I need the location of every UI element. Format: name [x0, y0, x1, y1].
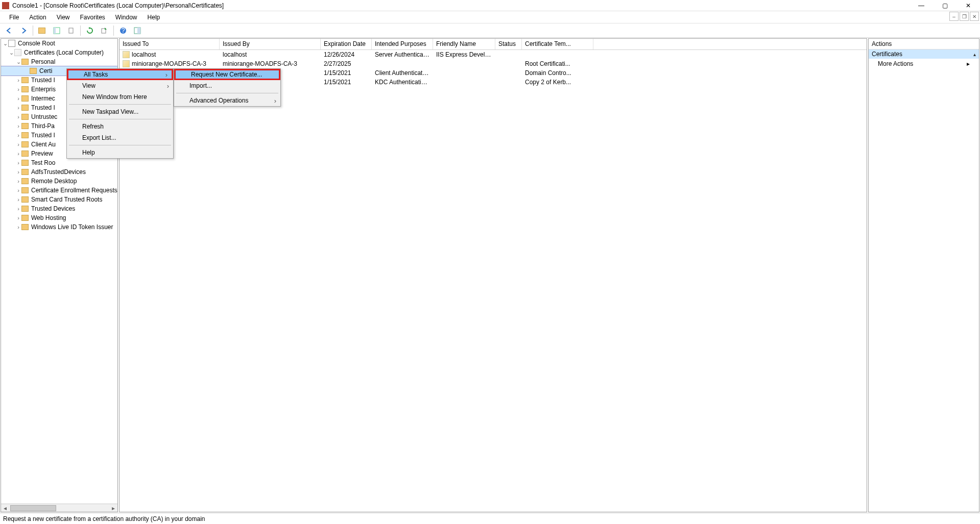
ctx-request-new-cert[interactable]: Request New Certificate...	[174, 69, 280, 80]
tree-horizontal-scrollbar[interactable]: ◂ ▸	[1, 504, 117, 512]
table-row[interactable]: miniorange-MOADFS-CA-3miniorange-MOADFS-…	[119, 59, 867, 68]
col-friendly[interactable]: Friendly Name	[433, 39, 495, 49]
back-button[interactable]	[3, 24, 15, 37]
tree-folder-item[interactable]: ›Web Hosting	[1, 213, 117, 222]
folder-icon	[21, 178, 29, 184]
scroll-left-icon[interactable]: ◂	[1, 505, 9, 512]
tree-personal[interactable]: ⌄Personal	[1, 57, 117, 66]
folder-icon	[21, 123, 29, 129]
tree-certificates-label: Certi	[38, 67, 52, 74]
tree-folder-item[interactable]: ›Certificate Enrollment Requests	[1, 186, 117, 195]
menu-window[interactable]: Window	[110, 11, 142, 23]
ctx-help[interactable]: Help	[67, 147, 173, 158]
collapse-icon[interactable]: ▴	[973, 52, 976, 57]
tree-folder-item[interactable]: ›Test Roo	[1, 158, 117, 167]
actions-certificates-label: Certificates	[872, 51, 902, 58]
scroll-thumb[interactable]	[10, 505, 56, 511]
tree-item-label: Test Roo	[30, 159, 55, 166]
tree-certlocal[interactable]: ⌄Certificates (Local Computer)	[1, 48, 117, 57]
tree-item-label: Preview	[30, 150, 53, 157]
tree-item-label: Intermec	[30, 95, 55, 102]
minimize-button[interactable]: —	[910, 0, 933, 11]
refresh-button[interactable]	[84, 24, 96, 37]
col-purposes[interactable]: Intended Purposes	[372, 39, 433, 49]
ctx-separator	[176, 93, 278, 93]
actions-more[interactable]: More Actions ▸	[869, 59, 979, 69]
console-root-icon	[8, 40, 15, 47]
mmc-app-icon	[2, 2, 9, 9]
tree-item-label: Client Au	[30, 141, 56, 148]
folder-icon	[21, 169, 29, 175]
ctx-advanced-ops[interactable]: Advanced Operations	[174, 95, 280, 106]
folder-icon	[21, 77, 29, 83]
tree-folder-item[interactable]: ›Trusted Devices	[1, 204, 117, 213]
tree-folder-item[interactable]: ›AdfsTrustedDevices	[1, 167, 117, 177]
ctx-new-window[interactable]: New Window from Here	[67, 91, 173, 103]
folder-icon	[21, 105, 29, 111]
ctx-advanced-ops-label: Advanced Operations	[189, 97, 248, 104]
folder-icon	[30, 68, 37, 74]
content-area: ⌄Console Root ⌄Certificates (Local Compu…	[0, 38, 980, 513]
folder-icon	[21, 224, 29, 230]
folder-icon	[21, 196, 29, 203]
col-expiration[interactable]: Expiration Date	[321, 39, 372, 49]
folder-icon	[21, 215, 29, 221]
options-button[interactable]	[131, 24, 144, 37]
tree-certlocal-label: Certificates (Local Computer)	[23, 49, 104, 56]
col-status[interactable]: Status	[495, 39, 522, 49]
menu-file[interactable]: File	[4, 11, 24, 23]
ctx-all-tasks[interactable]: All Tasks	[67, 69, 173, 80]
actions-certificates[interactable]: Certificates ▴	[869, 49, 979, 59]
list-header: Issued To Issued By Expiration Date Inte…	[119, 39, 867, 50]
mdi-minimize-icon[interactable]: –	[949, 12, 959, 21]
ctx-export[interactable]: Export List...	[67, 132, 173, 143]
tree-item-label: Enterpris	[30, 86, 56, 93]
ctx-import[interactable]: Import...	[174, 80, 280, 91]
tree-item-label: Trusted I	[30, 77, 55, 84]
status-text: Request a new certificate from a certifi…	[3, 515, 205, 522]
show-hide-tree-button[interactable]	[51, 24, 63, 37]
ctx-new-taskpad[interactable]: New Taskpad View...	[67, 106, 173, 117]
menubar: File Action View Favorites Window Help –…	[0, 11, 980, 23]
table-row[interactable]: localhostlocalhost12/26/2024Server Authe…	[119, 50, 867, 59]
ctx-request-new-cert-label: Request New Certificate...	[191, 71, 262, 78]
folder-icon	[21, 151, 29, 157]
menu-help[interactable]: Help	[142, 11, 165, 23]
ctx-view[interactable]: View	[67, 80, 173, 91]
tree-item-label: Untrustec	[30, 113, 57, 120]
tree-item-label: Windows Live ID Token Issuer	[30, 223, 113, 231]
ctx-refresh[interactable]: Refresh	[67, 121, 173, 132]
folder-icon	[21, 86, 29, 92]
menu-favorites[interactable]: Favorites	[75, 11, 110, 23]
folder-icon	[21, 95, 29, 102]
export-button[interactable]	[98, 24, 110, 37]
scroll-right-icon[interactable]: ▸	[109, 505, 117, 512]
help-button[interactable]: ?	[117, 24, 129, 37]
svg-rect-2	[69, 28, 73, 33]
folder-icon	[21, 160, 29, 166]
menu-action[interactable]: Action	[24, 11, 51, 23]
actions-more-label: More Actions	[878, 60, 913, 67]
forward-button[interactable]	[17, 24, 30, 37]
certificate-icon	[123, 51, 130, 58]
ctx-separator	[69, 145, 171, 145]
context-menu-main: All Tasks View New Window from Here New …	[66, 68, 174, 159]
maximize-button[interactable]: ▢	[933, 0, 957, 11]
tree-folder-item[interactable]: ›Smart Card Trusted Roots	[1, 195, 117, 204]
cut-button[interactable]	[65, 24, 77, 37]
col-issuedby[interactable]: Issued By	[220, 39, 321, 49]
up-button[interactable]	[36, 24, 49, 37]
tree-root[interactable]: ⌄Console Root	[1, 39, 117, 48]
mdi-close-icon[interactable]: ✕	[970, 12, 979, 21]
tree-folder-item[interactable]: ›Remote Desktop	[1, 177, 117, 186]
ctx-refresh-label: Refresh	[82, 123, 104, 130]
mdi-restore-icon[interactable]: ❐	[960, 12, 969, 21]
folder-icon	[21, 114, 29, 120]
col-issuedto[interactable]: Issued To	[119, 39, 220, 49]
tree-folder-item[interactable]: ›Windows Live ID Token Issuer	[1, 222, 117, 232]
ctx-new-taskpad-label: New Taskpad View...	[82, 108, 138, 115]
col-template[interactable]: Certificate Tem...	[522, 39, 593, 49]
close-button[interactable]: ✕	[957, 0, 980, 11]
folder-icon	[21, 59, 29, 65]
menu-view[interactable]: View	[52, 11, 75, 23]
